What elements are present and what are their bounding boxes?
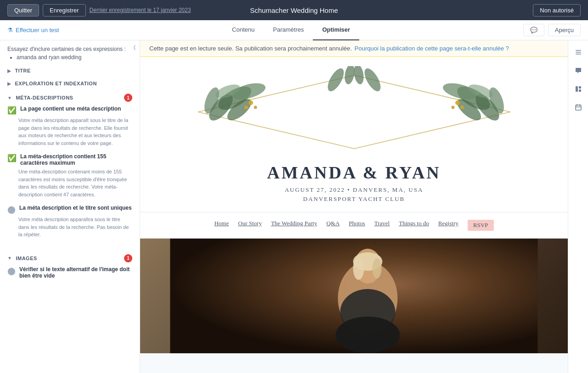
left-sidebar: 《 Essayez d'inclure certaines de ces exp… (0, 40, 140, 373)
svg-point-28 (353, 257, 364, 280)
svg-rect-33 (576, 52, 581, 53)
meta-chevron (7, 95, 12, 100)
test-link[interactable]: ⚗ Effectuer un test (7, 27, 59, 33)
right-sidebar-calendar-icon[interactable] (570, 99, 587, 116)
meta-check-item-1: ✅ La page contient une méta description … (7, 106, 132, 147)
svg-point-20 (361, 66, 384, 94)
tab-content[interactable]: Contenu (223, 20, 264, 40)
images-check-item-1: ⬤ Vérifier si le texte alternatif de l'i… (7, 266, 132, 279)
floral-decoration (180, 66, 529, 158)
svg-point-29 (373, 258, 382, 278)
main-layout: 《 Essayez d'inclure certaines de ces exp… (0, 40, 588, 373)
exploration-section-header[interactable]: EXPLORATION ET INDEXATION (0, 77, 140, 90)
titre-label: TITRE (15, 68, 31, 73)
notice-link[interactable]: Pourquoi la publication de cette page se… (355, 45, 509, 52)
quit-button[interactable]: Quitter (7, 4, 39, 17)
expressions-section: Essayez d'inclure certaines de ces expre… (0, 40, 140, 64)
wedding-photo-svg (140, 239, 568, 353)
nav-tabs: Contenu Paramètres Optimiser (223, 20, 359, 40)
wedding-nav-registry[interactable]: Registry (438, 220, 458, 231)
wedding-nav-travel[interactable]: Travel (374, 220, 390, 231)
check-gray-icon-3: ⬤ (7, 205, 16, 214)
svg-point-16 (455, 100, 460, 105)
exploration-chevron (7, 81, 11, 86)
svg-rect-32 (576, 50, 581, 51)
images-label: IMAGES (16, 256, 37, 261)
wedding-nav-story[interactable]: Our Story (238, 220, 262, 231)
svg-point-18 (451, 106, 454, 109)
wedding-nav: Home Our Story The Wedding Party Q&A Pho… (140, 212, 568, 239)
svg-rect-37 (579, 89, 581, 92)
wedding-date: AUGUST 27, 2022 • DANVERS, MA, USA (140, 186, 568, 194)
tab-optimize[interactable]: Optimiser (313, 20, 359, 40)
images-section-content: ⬤ Vérifier si le texte alternatif de l'i… (0, 266, 140, 291)
nav-bar-right: 💬 Aperçu (523, 24, 581, 36)
wedding-nav-qa[interactable]: Q&A (326, 220, 339, 231)
check-green-icon-2: ✅ (7, 154, 17, 162)
top-bar-left: Quitter Enregistrer Dernier enregistreme… (7, 4, 191, 17)
svg-rect-36 (579, 86, 581, 89)
svg-rect-35 (576, 86, 578, 92)
check-green-icon-1: ✅ (7, 106, 17, 115)
page-preview: AMANDA & RYAN AUGUST 27, 2022 • DANVERS,… (140, 57, 568, 353)
wedding-nav-home[interactable]: Home (214, 220, 229, 231)
right-sidebar-layout-icon[interactable] (570, 81, 587, 97)
wedding-names: AMANDA & RYAN (140, 162, 568, 183)
svg-rect-34 (576, 54, 581, 55)
save-button[interactable]: Enregistrer (43, 4, 86, 17)
titre-chevron (7, 68, 11, 73)
right-sidebar-comment-icon[interactable] (570, 62, 587, 79)
images-check-title-1: Vérifier si le texte alternatif de l'ima… (19, 266, 132, 279)
meta-check-desc-2: Une méta-description contenant moins de … (7, 168, 132, 198)
tab-params[interactable]: Paramètres (264, 20, 313, 40)
images-badge: 1 (124, 254, 132, 262)
svg-point-21 (343, 66, 356, 85)
wedding-nav-party[interactable]: The Wedding Party (271, 220, 317, 231)
meta-check-title-1: La page contient une méta description (20, 106, 121, 112)
meta-check-title-3: La méta description et le titre sont uni… (19, 205, 132, 211)
wedding-venue: DANVERSPORT YACHT CLUB (140, 195, 568, 203)
expressions-title: Essayez d'inclure certaines de ces expre… (7, 46, 132, 52)
meta-check-item-2: ✅ La méta-description contient 155 carac… (7, 153, 132, 198)
images-section-header[interactable]: IMAGES 1 (0, 251, 140, 266)
collapse-button[interactable]: 《 (130, 44, 136, 52)
exploration-label: EXPLORATION ET INDEXATION (15, 81, 97, 86)
notice-bar: Cette page est en lecture seule. Sa publ… (140, 40, 568, 57)
expression-item: amanda and ryan wedding (17, 54, 132, 61)
svg-point-22 (352, 66, 365, 85)
unauthorized-button[interactable]: Non autorisé (533, 4, 581, 17)
titre-section-header[interactable]: TITRE (0, 64, 140, 77)
check-gray-icon-img: ⬤ (7, 267, 16, 275)
right-sidebar-expand-icon[interactable] (570, 44, 587, 61)
wedding-nav-things[interactable]: Things to do (399, 220, 429, 231)
right-sidebar (568, 40, 588, 373)
wedding-header: AMANDA & RYAN AUGUST 27, 2022 • DANVERS,… (140, 57, 568, 203)
svg-point-7 (249, 100, 253, 105)
preview-area: Cette page est en lecture seule. Sa publ… (140, 40, 568, 373)
meta-check-desc-1: Votre méta description apparaît sous le … (7, 117, 132, 147)
wedding-nav-photos[interactable]: Photos (349, 220, 365, 231)
svg-point-17 (460, 106, 464, 109)
meta-check-item-3: ⬤ La méta description et le titre sont u… (7, 205, 132, 239)
wedding-photo (140, 239, 568, 353)
svg-rect-38 (576, 105, 581, 110)
top-bar-right: Non autorisé (533, 4, 581, 17)
meta-label: MÉTA-DESCRIPTIONS (16, 95, 73, 100)
meta-check-title-2: La méta-description contient 155 caractè… (20, 153, 132, 166)
svg-point-8 (244, 106, 248, 109)
meta-section-header[interactable]: MÉTA-DESCRIPTIONS 1 (0, 90, 140, 106)
images-chevron (7, 256, 12, 261)
notice-text: Cette page est en lecture seule. Sa publ… (149, 45, 352, 52)
last-saved-label[interactable]: Dernier enregistrement le 17 janvier 202… (90, 7, 191, 13)
svg-point-19 (324, 66, 347, 94)
meta-section-content: ✅ La page contient une méta description … (0, 106, 140, 251)
test-label: Effectuer un test (16, 27, 59, 33)
svg-point-9 (254, 106, 257, 109)
wedding-nav-rsvp[interactable]: RSVP (468, 220, 494, 231)
comment-button[interactable]: 💬 (523, 24, 544, 36)
preview-button[interactable]: Aperçu (548, 24, 581, 36)
nav-bar: ⚗ Effectuer un test Contenu Paramètres O… (0, 20, 588, 40)
top-bar: Quitter Enregistrer Dernier enregistreme… (0, 0, 588, 20)
page-title: Schumacher Wedding Home (250, 6, 338, 14)
flask-icon: ⚗ (7, 27, 13, 33)
